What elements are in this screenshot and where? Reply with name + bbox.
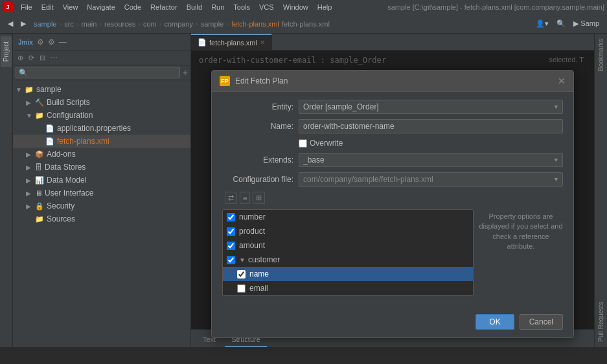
tree-toolbar: ⊕ ⟳ ⊟ ⋯ (13, 51, 190, 65)
sidebar-tab-bookmarks[interactable]: Bookmarks (595, 34, 606, 76)
menu-window[interactable]: Window (279, 2, 312, 12)
cancel-button[interactable]: Cancel (520, 314, 563, 330)
tree-item-user-interface[interactable]: ▶ 🖥 User Interface (13, 187, 190, 199)
menu-edit[interactable]: Edit (38, 2, 58, 12)
search-button[interactable]: 🔍 (554, 18, 568, 29)
menu-file[interactable]: File (17, 2, 36, 12)
breadcrumb-company[interactable]: company (164, 20, 193, 28)
menu-help[interactable]: Help (314, 2, 336, 12)
expand-arrow-ui: ▶ (26, 190, 35, 197)
attr-checkbox-email[interactable] (237, 284, 246, 293)
profile-button[interactable]: 👤▾ (533, 18, 551, 29)
attr-item-customer[interactable]: ▼ customer (223, 253, 473, 267)
menu-navigate[interactable]: Navigate (83, 2, 119, 12)
tree-label-addons: Add-ons (47, 150, 188, 159)
tree-item-build-scripts[interactable]: ▶ 🔨 Build Scripts (13, 96, 190, 109)
breadcrumb-filename[interactable]: fetch-plans.xml (282, 20, 330, 28)
tree-label-app-props: application.properties (57, 124, 188, 133)
entity-select[interactable]: Order [sample_Order] (299, 100, 563, 114)
menu-view[interactable]: View (59, 2, 82, 12)
content-area: 📄 fetch-plans.xml ✕ order-with-customer-… (191, 34, 594, 347)
attr-label-email: email (249, 284, 469, 293)
breadcrumb-sample2[interactable]: sample (201, 20, 223, 28)
tree-label-config: Configuration (47, 111, 188, 120)
attr-checkbox-product[interactable] (227, 227, 235, 236)
breadcrumb-resources[interactable]: resources (104, 20, 135, 28)
tree-item-sample[interactable]: ▼ 📁 sample (13, 83, 190, 96)
tree-search: + (13, 65, 190, 80)
sidebar-tab-pull-requests[interactable]: Pull Requests (595, 297, 606, 347)
settings-icon[interactable]: ⚙ (36, 36, 45, 48)
tree-item-addons[interactable]: ▶ 📦 Add-ons (13, 148, 190, 161)
customer-expand-arrow: ▼ (239, 256, 246, 264)
tree-item-fetch-plans[interactable]: 📄 fetch-plans.xml (13, 135, 190, 148)
attr-checkbox-amount[interactable] (227, 242, 235, 250)
tab-fetch-plans[interactable]: 📄 fetch-plans.xml ✕ (191, 34, 272, 51)
tree-item-app-properties[interactable]: 📄 application.properties (13, 122, 190, 135)
search-input[interactable] (16, 67, 180, 78)
attr-item-product[interactable]: product (223, 224, 473, 238)
menu-build[interactable]: Build (183, 2, 206, 12)
jmix-label: Jmix (18, 39, 33, 46)
breadcrumb-sample[interactable]: sample (34, 20, 56, 28)
attr-item-amount[interactable]: amount (223, 238, 473, 253)
dialog-close-button[interactable]: ✕ (558, 76, 566, 86)
menu-refactor[interactable]: Refactor (146, 2, 181, 12)
tab-fetch-plans-icon: 📄 (198, 38, 207, 47)
tree-item-configuration[interactable]: ▼ 📁 Configuration (13, 109, 190, 122)
forward-button[interactable]: ▶ (18, 18, 29, 29)
attr-checkbox-customer[interactable] (227, 256, 235, 264)
add-icon[interactable]: + (183, 67, 188, 78)
expand-arrow-build: ▶ (26, 99, 35, 106)
collapse-tree-button[interactable]: ⊟ (38, 52, 47, 63)
minimize-icon[interactable]: — (58, 36, 68, 48)
ok-button[interactable]: OK (475, 314, 514, 330)
menu-code[interactable]: Code (120, 2, 145, 12)
breadcrumb-src[interactable]: src (64, 20, 74, 28)
configuration-icon: 📁 (35, 111, 44, 120)
sidebar-tab-project[interactable]: Project (1, 36, 12, 67)
tree-item-security[interactable]: ▶ 🔒 Security (13, 199, 190, 212)
add-tree-button[interactable]: ⊕ (16, 52, 25, 63)
addons-icon: 📦 (35, 150, 44, 159)
attr-item-email[interactable]: email (223, 281, 473, 295)
dialog-header: FP Edit Fetch Plan ✕ (212, 71, 573, 92)
attr-label-product: product (239, 227, 469, 236)
data-model-icon: 📊 (35, 176, 44, 185)
attr-checkbox-number[interactable] (227, 213, 235, 222)
fetch-icon-btn-2[interactable]: ≡ (240, 192, 250, 204)
menu-run[interactable]: Run (207, 2, 228, 12)
breadcrumb-file[interactable]: fetch-plans.xml (231, 20, 279, 28)
attr-item-name[interactable]: name (223, 267, 473, 281)
more-tree-button[interactable]: ⋯ (49, 52, 60, 63)
name-input[interactable] (299, 119, 563, 133)
tree-item-data-model[interactable]: ▶ 📊 Data Model (13, 174, 190, 187)
overwrite-row: Overwrite (222, 139, 563, 148)
sync-tree-button[interactable]: ⟳ (27, 52, 36, 63)
overwrite-checkbox[interactable] (299, 139, 307, 148)
properties-file-icon: 📄 (45, 124, 54, 133)
back-button[interactable]: ◀ (5, 18, 16, 29)
tree-item-data-stores[interactable]: ▶ 🗄 Data Stores (13, 161, 190, 174)
breadcrumb-com[interactable]: com (143, 20, 157, 28)
extends-label: Extends: (222, 155, 293, 165)
extends-select[interactable]: _base (299, 153, 563, 167)
breadcrumb-main[interactable]: main (81, 20, 97, 28)
run-config-button[interactable]: ▶ Samp (571, 18, 602, 29)
fetch-icon-btn-3[interactable]: ⊞ (253, 192, 265, 204)
menu-tools[interactable]: Tools (229, 2, 254, 12)
app-icon: J (3, 2, 13, 12)
menu-vcs[interactable]: VCS (255, 2, 278, 12)
attr-checkbox-name[interactable] (237, 270, 246, 279)
tree-item-sources[interactable]: 📁 Sources (13, 212, 190, 225)
attr-section: number product amount (222, 209, 563, 301)
user-interface-icon: 🖥 (35, 189, 42, 197)
expand-arrow-datastores: ▶ (26, 164, 35, 171)
data-stores-icon: 🗄 (35, 163, 42, 171)
fetch-icon-btn-1[interactable]: ⇄ (225, 192, 237, 204)
config-file-row: Configuration file: com/company/sample/f… (222, 172, 563, 187)
attr-item-number[interactable]: number (223, 210, 473, 224)
config-file-select[interactable]: com/company/sample/fetch-plans.xml (299, 172, 563, 187)
gear-icon[interactable]: ⚙ (47, 36, 56, 48)
tab-close-icon[interactable]: ✕ (260, 39, 265, 46)
